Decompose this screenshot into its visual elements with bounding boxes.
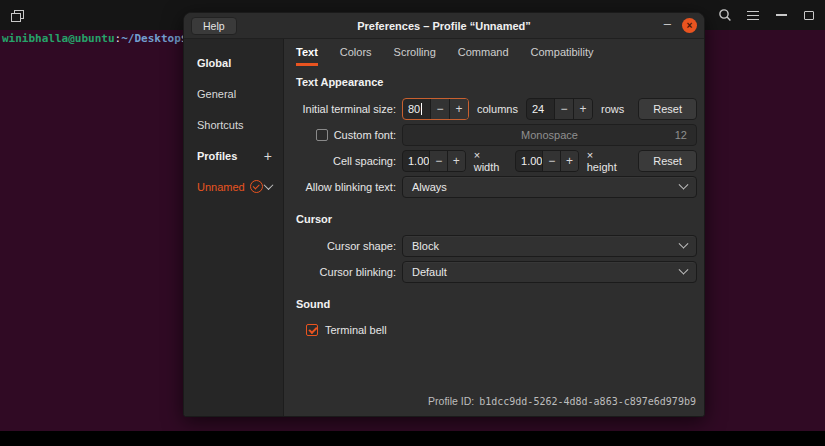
- width-unit-label: × width: [472, 149, 509, 173]
- rows-value-text: 24: [532, 103, 544, 115]
- custom-font-row: Custom font: Monospace 12: [296, 123, 697, 147]
- width-spinner[interactable]: 1.00 − +: [402, 150, 466, 172]
- tab-scrolling[interactable]: Scrolling: [394, 39, 436, 66]
- height-value-text: 1.00: [521, 155, 542, 167]
- rows-decrement-button[interactable]: −: [554, 99, 573, 119]
- cursor-blinking-value: Default: [412, 266, 447, 278]
- terminal-prompt: winibhalla@ubuntu:~/Desktop$: [2, 32, 199, 46]
- minimize-button[interactable]: –: [662, 17, 673, 34]
- terminal-bell-checkbox[interactable]: [306, 324, 318, 336]
- blinking-text-value: Always: [412, 181, 447, 193]
- profile-id-value: b1dcc9dd-5262-4d8d-a863-c897e6d979b9: [479, 396, 696, 407]
- preferences-dialog: Help Preferences – Profile “Unnamed” – ×…: [183, 12, 705, 417]
- blinking-text-dropdown[interactable]: Always: [402, 176, 697, 198]
- blinking-text-label: Allow blinking text:: [296, 181, 396, 193]
- columns-value-text: 80: [408, 103, 420, 115]
- dialog-title: Preferences – Profile “Unnamed”: [357, 20, 531, 32]
- chevron-down-icon[interactable]: [264, 180, 274, 190]
- cursor-shape-row: Cursor shape: Block: [296, 234, 697, 258]
- chevron-down-icon: [679, 238, 689, 248]
- minimize-glyph: [776, 14, 787, 16]
- sidebar-item-shortcuts[interactable]: Shortcuts: [184, 109, 283, 140]
- profile-id-label: Profile ID:: [428, 395, 474, 407]
- menu-icon[interactable]: [745, 7, 761, 23]
- tab-colors[interactable]: Colors: [340, 39, 372, 66]
- cursor-blinking-dropdown[interactable]: Default: [402, 261, 697, 283]
- add-profile-button[interactable]: +: [264, 149, 272, 163]
- cursor-blinking-label: Cursor blinking:: [296, 266, 396, 278]
- blinking-text-row: Allow blinking text: Always: [296, 175, 697, 199]
- tab-content: Text Appearance Initial terminal size: 8…: [284, 66, 704, 416]
- sidebar-item-general[interactable]: General: [184, 78, 283, 109]
- section-title-sound: Sound: [296, 298, 697, 310]
- tab-bar: Text Colors Scrolling Command Compatibil…: [284, 39, 704, 66]
- sidebar: Global General Shortcuts Profiles + Unna…: [184, 39, 284, 416]
- prompt-user: winibhalla@ubuntu: [2, 32, 115, 45]
- rows-increment-button[interactable]: +: [573, 99, 592, 119]
- width-increment-button[interactable]: +: [447, 151, 465, 171]
- cursor-shape-value: Block: [412, 240, 439, 252]
- maximize-icon[interactable]: [801, 7, 817, 23]
- prompt-path: ~/Desktop: [121, 32, 181, 45]
- height-value[interactable]: 1.00: [516, 151, 542, 171]
- default-profile-check-icon: [250, 180, 263, 193]
- height-unit-label: × height: [585, 149, 626, 173]
- search-glyph: [718, 8, 732, 22]
- terminal-bell-label: Terminal bell: [325, 324, 387, 336]
- dialog-body: Global General Shortcuts Profiles + Unna…: [184, 39, 704, 416]
- dialog-window-controls: – ×: [662, 17, 697, 34]
- height-increment-button[interactable]: +: [560, 151, 578, 171]
- chevron-down-icon: [679, 179, 689, 189]
- tab-command[interactable]: Command: [458, 39, 509, 66]
- initial-size-label: Initial terminal size:: [296, 103, 396, 115]
- rows-value[interactable]: 24: [527, 99, 554, 119]
- rows-spinner[interactable]: 24 − +: [526, 98, 593, 120]
- sidebar-item-unnamed[interactable]: Unnamed: [184, 171, 283, 202]
- columns-unit-label: columns: [475, 103, 520, 115]
- window-restore-icon[interactable]: [8, 7, 24, 23]
- close-button[interactable]: ×: [682, 18, 697, 33]
- cell-spacing-row: Cell spacing: 1.00 − + × width 1.00 − +: [296, 149, 697, 173]
- section-title-cursor: Cursor: [296, 213, 697, 225]
- sidebar-header-global: Global: [184, 47, 283, 78]
- desktop: winibhalla@ubuntu:~/Desktop$ Help Prefer…: [0, 0, 825, 446]
- cursor-blinking-row: Cursor blinking: Default: [296, 260, 697, 284]
- font-picker-button[interactable]: Monospace 12: [402, 124, 697, 146]
- terminal-bell-row: Terminal bell: [306, 319, 697, 341]
- minimize-icon[interactable]: [773, 7, 789, 23]
- help-button[interactable]: Help: [191, 17, 237, 35]
- section-title-text-appearance: Text Appearance: [296, 76, 697, 88]
- profile-name-label: Unnamed: [197, 181, 245, 193]
- cursor-shape-label: Cursor shape:: [296, 240, 396, 252]
- rows-unit-label: rows: [599, 103, 626, 115]
- reset-size-button[interactable]: Reset: [638, 98, 697, 120]
- columns-decrement-button[interactable]: −: [430, 99, 449, 119]
- search-icon[interactable]: [717, 7, 733, 23]
- profile-settings-panel: Text Colors Scrolling Command Compatibil…: [284, 39, 704, 416]
- custom-font-checkbox[interactable]: [316, 129, 328, 141]
- tab-text[interactable]: Text: [296, 39, 318, 66]
- font-size: 12: [675, 129, 687, 141]
- reset-spacing-button[interactable]: Reset: [638, 150, 697, 172]
- cursor-shape-dropdown[interactable]: Block: [402, 235, 697, 257]
- columns-increment-button[interactable]: +: [449, 99, 468, 119]
- width-value[interactable]: 1.00: [403, 151, 429, 171]
- text-caret: [421, 103, 422, 115]
- profile-id: Profile ID: b1dcc9dd-5262-4d8d-a863-c897…: [428, 395, 696, 407]
- columns-spinner[interactable]: 80 − +: [402, 98, 469, 120]
- columns-value[interactable]: 80: [403, 99, 430, 119]
- cell-spacing-label: Cell spacing:: [296, 155, 396, 167]
- hamburger-glyph: [747, 11, 759, 20]
- width-decrement-button[interactable]: −: [429, 151, 447, 171]
- tab-compatibility[interactable]: Compatibility: [531, 39, 594, 66]
- titlebar-buttons: [717, 0, 817, 30]
- dialog-headerbar: Help Preferences – Profile “Unnamed” – ×: [184, 13, 704, 39]
- chevron-down-icon: [679, 264, 689, 274]
- width-value-text: 1.00: [408, 155, 429, 167]
- height-decrement-button[interactable]: −: [542, 151, 560, 171]
- initial-terminal-size-row: Initial terminal size: 80 − + columns 24…: [296, 97, 697, 121]
- height-spinner[interactable]: 1.00 − +: [515, 150, 579, 172]
- window-restore-glyph: [11, 10, 22, 20]
- font-name: Monospace: [521, 129, 578, 141]
- sidebar-header-profiles: Profiles +: [184, 140, 283, 171]
